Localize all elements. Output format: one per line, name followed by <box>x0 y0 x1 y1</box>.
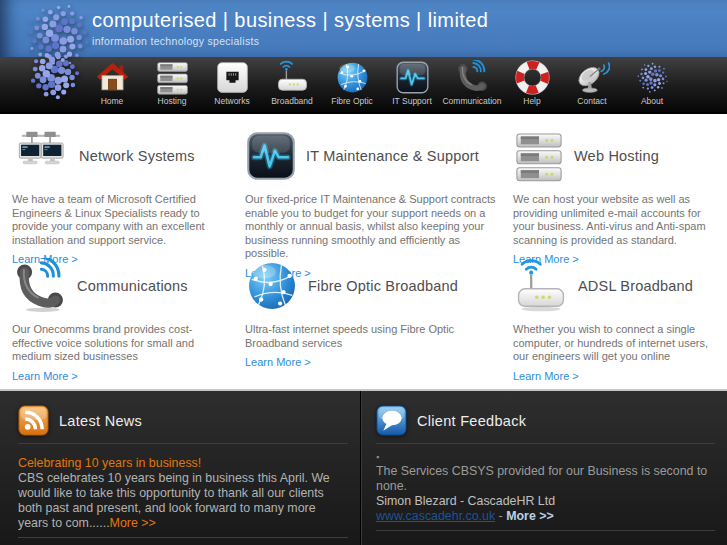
nav-item-it-support[interactable]: IT Support <box>382 57 442 112</box>
nav-item-help[interactable]: Help <box>502 57 562 112</box>
ethernet-port-icon <box>215 60 250 95</box>
feature-description: Our fixed-price IT Maintenance & Support… <box>245 193 499 261</box>
feature-network-systems: Network Systems We have a team of Micros… <box>12 127 245 257</box>
news-heading: Latest News <box>59 413 142 429</box>
separator: - <box>495 509 506 523</box>
nav-item-hosting[interactable]: Hosting <box>142 57 202 112</box>
feature-description: Our Onecomms brand provides cost-effecti… <box>12 323 231 364</box>
site-footer: Latest News Celebrating 10 years in busi… <box>0 389 727 545</box>
divider <box>376 443 715 444</box>
feedback-link-line: www.cascadehr.co.uk - More >> <box>376 509 715 524</box>
feature-communications: Communications Our Onecomms brand provid… <box>12 257 245 387</box>
company-logo[interactable] <box>20 4 94 114</box>
pulse-monitor-icon <box>245 130 297 182</box>
learn-more-link[interactable]: Learn More > <box>12 370 78 382</box>
nav-item-about[interactable]: About <box>622 57 682 112</box>
main-nav: Home Hosting Networks Broadband Fibre Op… <box>0 57 727 114</box>
nav-label: Broadband <box>262 96 322 106</box>
news-article-title: Celebrating 10 years in business! <box>18 456 348 470</box>
phone-signal-icon <box>455 60 490 95</box>
divider <box>376 530 715 531</box>
page: computerised | business | systems | limi… <box>0 0 727 545</box>
nav-label: About <box>622 96 682 106</box>
pulse-monitor-icon <box>395 60 430 95</box>
feature-description: We can host your website as well as prov… <box>513 193 713 247</box>
nav-label: Networks <box>202 96 262 106</box>
feature-title: Fibre Optic Broadband <box>308 278 458 294</box>
nav-label: Communication <box>442 96 502 106</box>
nav-label: IT Support <box>382 96 442 106</box>
latest-news-panel: Latest News Celebrating 10 years in busi… <box>0 391 361 545</box>
nav-label: Contact <box>562 96 622 106</box>
client-feedback-panel: Client Feedback ▪ The Services CBSYS pro… <box>361 391 727 545</box>
news-article-body: CBS celebrates 10 years being in busines… <box>18 471 330 530</box>
feature-title: Communications <box>77 278 188 294</box>
nav-item-fibre-optic[interactable]: Fibre Optic <box>322 57 382 112</box>
nav-item-broadband[interactable]: Broadband <box>262 57 322 112</box>
nav-item-communication[interactable]: Communication <box>442 57 502 112</box>
feature-description: Whether you wish to connect a single com… <box>513 323 713 364</box>
feature-title: Web Hosting <box>574 148 659 164</box>
features-grid: Network Systems We have a team of Micros… <box>0 114 727 389</box>
dot-sphere-icon <box>635 60 670 95</box>
globe-network-icon <box>335 60 370 95</box>
feature-web-hosting: Web Hosting We can host your website as … <box>513 127 727 257</box>
feedback-author: Simon Blezard - CascadeHR Ltd <box>376 494 715 509</box>
feature-it-maintenance: IT Maintenance & Support Our fixed-price… <box>245 127 513 257</box>
feature-title: ADSL Broadband <box>578 278 693 294</box>
nav-label: Help <box>502 96 562 106</box>
nav-item-networks[interactable]: Networks <box>202 57 262 112</box>
satellite-dish-icon <box>575 60 610 95</box>
feature-description: Ultra-fast internet speeds using Fibre O… <box>245 323 499 350</box>
wifi-router-icon <box>513 258 569 314</box>
list-bullet: ▪ <box>376 453 715 462</box>
feedback-more-link[interactable]: More >> <box>506 509 554 523</box>
rss-icon <box>18 405 49 436</box>
divider <box>18 537 348 538</box>
globe-network-icon <box>245 259 299 313</box>
nav-label: Hosting <box>142 96 202 106</box>
news-article-text: CBS celebrates 10 years being in busines… <box>18 471 348 531</box>
nav-label: Fibre Optic <box>322 96 382 106</box>
feature-adsl-broadband: ADSL Broadband Whether you wish to conne… <box>513 257 727 387</box>
phone-signal-icon <box>12 258 68 314</box>
news-more-link[interactable]: More >> <box>110 516 156 530</box>
learn-more-link[interactable]: Learn More > <box>513 370 579 382</box>
wifi-router-icon <box>275 60 310 95</box>
feedback-heading: Client Feedback <box>417 413 526 429</box>
site-header: computerised | business | systems | limi… <box>0 0 727 57</box>
server-stack-icon <box>155 60 190 95</box>
site-title: computerised | business | systems | limi… <box>92 9 727 32</box>
server-stack-icon <box>513 130 565 182</box>
feature-title: IT Maintenance & Support <box>306 148 479 164</box>
dot-sphere-logo-icon <box>20 4 94 114</box>
feature-description: We have a team of Microsoft Certified En… <box>12 193 231 247</box>
speech-bubble-icon <box>376 405 407 436</box>
home-icon <box>95 60 130 95</box>
hanging-monitors-icon <box>12 130 70 182</box>
learn-more-link[interactable]: Learn More > <box>245 356 311 368</box>
nav-item-contact[interactable]: Contact <box>562 57 622 112</box>
cascadehr-link[interactable]: www.cascadehr.co.uk <box>376 509 495 523</box>
feature-fibre-optic: Fibre Optic Broadband Ultra-fast interne… <box>245 257 513 387</box>
lifebuoy-icon <box>515 60 550 95</box>
feature-title: Network Systems <box>79 148 195 164</box>
site-subtitle: information technology specialists <box>92 35 727 47</box>
feedback-quote: The Services CBSYS provided for our Busi… <box>376 464 715 494</box>
divider <box>18 443 348 444</box>
